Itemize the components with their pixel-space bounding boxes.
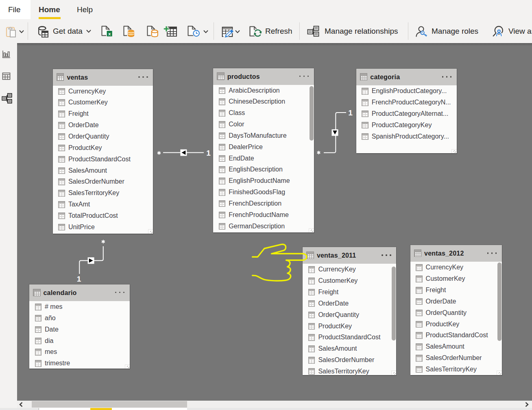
svg-text:x: x	[108, 31, 111, 36]
